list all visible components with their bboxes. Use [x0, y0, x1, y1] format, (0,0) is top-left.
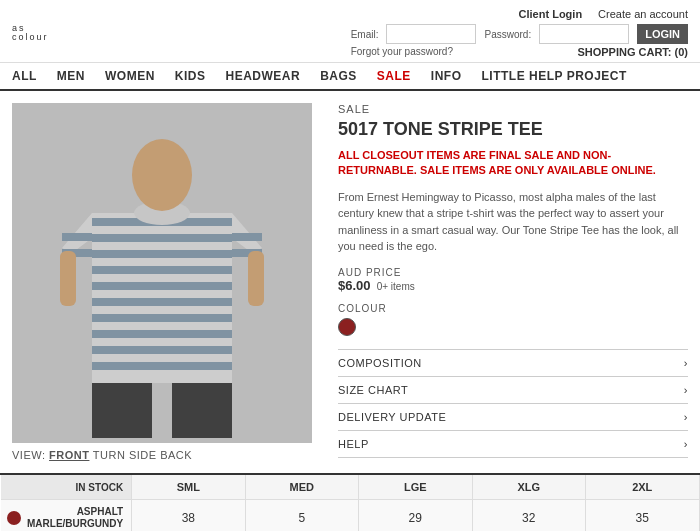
stock-sml: 38 — [132, 500, 245, 532]
product-description: From Ernest Hemingway to Picasso, most a… — [338, 189, 688, 255]
size-table-header-row: IN STOCK SML MED LGE XLG 2XL — [1, 475, 699, 500]
accordion-help-icon: › — [684, 438, 688, 450]
accordion-delivery-icon: › — [684, 411, 688, 423]
svg-rect-15 — [62, 233, 92, 241]
price-note: 0+ items — [374, 281, 415, 292]
col-header-lge: LGE — [359, 475, 472, 500]
nav-headwear[interactable]: HEADWEAR — [226, 69, 301, 83]
forgot-password-link[interactable]: Forgot your password? — [351, 46, 453, 58]
svg-rect-9 — [92, 330, 232, 338]
product-image-section: VIEW: FRONT TURN SIDE BACK — [12, 103, 322, 461]
price-section: AUD PRICE $6.00 0+ items — [338, 267, 688, 293]
client-login-link[interactable]: Client Login — [519, 8, 583, 20]
price-label: AUD PRICE — [338, 267, 688, 278]
auth-row: Client Login Create an account — [519, 8, 688, 20]
accordion-help[interactable]: HELP › — [338, 430, 688, 458]
variant-info: ASPHALTMARLE/BURGUNDY — [7, 506, 123, 530]
accordion-composition-icon: › — [684, 357, 688, 369]
size-table: IN STOCK SML MED LGE XLG 2XL ASPHALTMARL… — [0, 475, 700, 531]
view-front[interactable]: FRONT — [49, 449, 89, 461]
header: as colour Client Login Create an account… — [0, 0, 700, 63]
product-image-svg — [12, 103, 312, 443]
svg-rect-18 — [232, 233, 262, 241]
svg-rect-21 — [248, 251, 264, 306]
accordion-size-chart-icon: › — [684, 384, 688, 396]
view-options: VIEW: FRONT TURN SIDE BACK — [12, 449, 322, 461]
nav-sale[interactable]: SALE — [377, 69, 411, 83]
product-info: SALE 5017 TONE STRIPE TEE ALL CLOSEOUT I… — [322, 103, 688, 461]
nav-kids[interactable]: KIDS — [175, 69, 206, 83]
variant-swatch — [7, 511, 21, 525]
accordions: COMPOSITION › SIZE CHART › DELIVERY UPDA… — [338, 349, 688, 458]
stock-xlg: 32 — [472, 500, 585, 532]
svg-rect-3 — [92, 234, 232, 242]
svg-rect-4 — [92, 250, 232, 258]
colour-section: COLOUR — [338, 303, 688, 339]
cart-info[interactable]: SHOPPING CART: (0) — [577, 46, 688, 58]
col-header-med: MED — [245, 475, 358, 500]
header-right: Client Login Create an account Email: Pa… — [351, 8, 688, 58]
variant-cell: ASPHALTMARLE/BURGUNDY — [1, 500, 132, 532]
svg-rect-22 — [92, 383, 152, 438]
size-table-section: IN STOCK SML MED LGE XLG 2XL ASPHALTMARL… — [0, 473, 700, 531]
create-account-link[interactable]: Create an account — [598, 8, 688, 20]
accordion-delivery[interactable]: DELIVERY UPDATE › — [338, 403, 688, 430]
svg-point-13 — [132, 139, 192, 211]
accordion-composition[interactable]: COMPOSITION › — [338, 349, 688, 376]
stock-2xl: 35 — [585, 500, 699, 532]
col-header-sml: SML — [132, 475, 245, 500]
svg-rect-5 — [92, 266, 232, 274]
login-button[interactable]: LOGIN — [637, 24, 688, 44]
col-header-xlg: XLG — [472, 475, 585, 500]
stock-lge: 29 — [359, 500, 472, 532]
main-content: VIEW: FRONT TURN SIDE BACK SALE 5017 TON… — [0, 91, 700, 473]
price-value: $6.00 — [338, 278, 371, 293]
product-badge: SALE — [338, 103, 688, 115]
auth-bottom: Forgot your password? SHOPPING CART: (0) — [351, 46, 688, 58]
nav-men[interactable]: MEN — [57, 69, 85, 83]
accordion-composition-label: COMPOSITION — [338, 357, 422, 369]
svg-rect-11 — [92, 362, 232, 370]
logo-subtext: colour — [12, 33, 49, 42]
colour-label: COLOUR — [338, 303, 688, 314]
sale-warning: ALL CLOSEOUT ITEMS ARE FINAL SALE AND NO… — [338, 148, 688, 179]
colour-swatch[interactable] — [338, 318, 356, 336]
email-label: Email: — [351, 29, 379, 40]
product-image — [12, 103, 312, 443]
variant-name: ASPHALTMARLE/BURGUNDY — [27, 506, 123, 530]
logo: as colour — [12, 24, 49, 42]
col-header-instck: IN STOCK — [1, 475, 132, 500]
accordion-delivery-label: DELIVERY UPDATE — [338, 411, 446, 423]
product-title: 5017 TONE STRIPE TEE — [338, 119, 688, 140]
password-input[interactable] — [539, 24, 629, 44]
accordion-size-chart-label: SIZE CHART — [338, 384, 408, 396]
nav-info[interactable]: INFO — [431, 69, 462, 83]
view-turn-side[interactable]: TURN SIDE — [93, 449, 157, 461]
svg-rect-10 — [92, 346, 232, 354]
main-nav: ALL MEN WOMEN KIDS HEADWEAR BAGS SALE IN… — [0, 63, 700, 91]
email-input[interactable] — [386, 24, 476, 44]
svg-rect-23 — [172, 383, 232, 438]
nav-little-help[interactable]: LITTLE HELP PROJECT — [482, 69, 627, 83]
size-table-stock-row: ASPHALTMARLE/BURGUNDY 38 5 29 32 35 — [1, 500, 699, 532]
svg-rect-6 — [92, 282, 232, 290]
svg-rect-7 — [92, 298, 232, 306]
stock-med: 5 — [245, 500, 358, 532]
col-header-2xl: 2XL — [585, 475, 699, 500]
nav-all[interactable]: ALL — [12, 69, 37, 83]
accordion-help-label: HELP — [338, 438, 369, 450]
view-back[interactable]: BACK — [160, 449, 192, 461]
password-label: Password: — [484, 29, 531, 40]
nav-women[interactable]: WOMEN — [105, 69, 155, 83]
svg-rect-20 — [60, 251, 76, 306]
svg-rect-8 — [92, 314, 232, 322]
accordion-size-chart[interactable]: SIZE CHART › — [338, 376, 688, 403]
view-label: VIEW: — [12, 449, 45, 461]
auth-fields: Email: Password: LOGIN — [351, 24, 688, 44]
nav-bags[interactable]: BAGS — [320, 69, 357, 83]
